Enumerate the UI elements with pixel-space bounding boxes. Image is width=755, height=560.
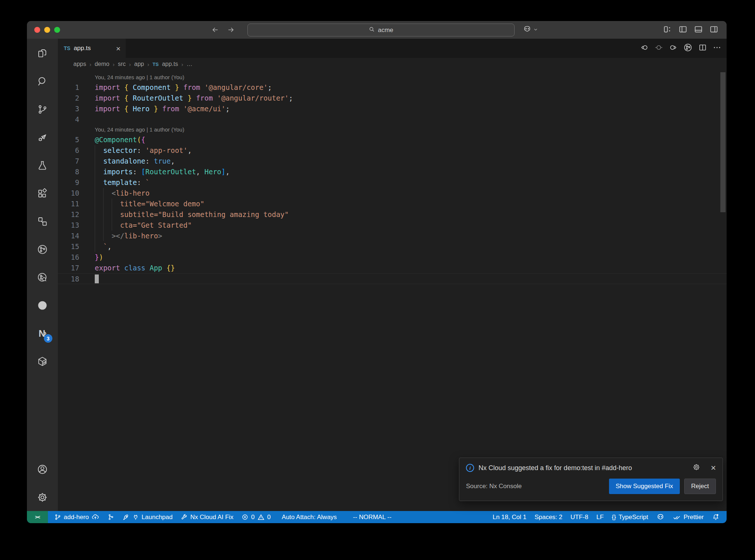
minimize-window-button[interactable] bbox=[44, 27, 50, 33]
code-line-15[interactable]: 15 `, bbox=[58, 241, 727, 252]
launchpad-item[interactable]: Launchpad bbox=[118, 511, 177, 523]
toggle-panel-icon[interactable] bbox=[694, 25, 703, 35]
split-editor-icon[interactable] bbox=[698, 43, 707, 53]
git-graph-item[interactable] bbox=[103, 511, 118, 523]
codelens-text[interactable]: You, 24 minutes ago | 1 author (You) bbox=[79, 73, 184, 82]
nx-cloud-ai-fix-item[interactable]: Nx Cloud AI Fix bbox=[177, 511, 237, 523]
auto-attach-item[interactable]: Auto Attach: Always bbox=[278, 511, 341, 523]
nx-run-target-icon[interactable] bbox=[683, 43, 693, 54]
tab-close-icon[interactable]: × bbox=[116, 45, 121, 52]
code-rows: You, 24 minutes ago | 1 author (You)1imp… bbox=[58, 70, 727, 284]
code-line-17[interactable]: 17export class App {} bbox=[58, 263, 727, 273]
testing-icon[interactable] bbox=[37, 160, 48, 171]
source-control-icon[interactable] bbox=[37, 104, 48, 115]
remote-indicator[interactable]: >< bbox=[27, 511, 48, 523]
nx-project-graph-icon[interactable] bbox=[37, 244, 48, 255]
workflow-view-icon[interactable] bbox=[37, 216, 48, 227]
breadcrumb-file[interactable]: app.ts bbox=[162, 61, 178, 67]
breadcrumb-item[interactable]: demo bbox=[95, 61, 109, 67]
show-suggested-fix-button[interactable]: Show Suggested Fix bbox=[609, 479, 680, 494]
code-line-11[interactable]: 11 title="Welcmoe demo" bbox=[58, 199, 727, 209]
codelens-row[interactable]: You, 24 minutes ago | 1 author (You) bbox=[58, 73, 727, 82]
code-line-10[interactable]: 10 <lib-hero bbox=[58, 188, 727, 199]
code-line-1[interactable]: 1import { Component } from '@angular/cor… bbox=[58, 82, 727, 93]
toggle-secondary-sidebar-icon[interactable] bbox=[709, 25, 719, 35]
history-forward-icon[interactable] bbox=[227, 26, 235, 34]
line-number: 1 bbox=[58, 82, 79, 93]
git-branch-item[interactable]: add-hero bbox=[50, 511, 103, 523]
code-line-18[interactable]: 18 bbox=[58, 273, 727, 284]
code-line-8[interactable]: 8 imports: [RouterOutlet, Hero], bbox=[58, 167, 727, 177]
codelens-row[interactable]: You, 24 minutes ago | 1 author (You) bbox=[58, 125, 727, 134]
code-line-12[interactable]: 12 subtitle="Build something amazing tod… bbox=[58, 209, 727, 220]
status-bar: >< add-hero bbox=[27, 511, 727, 523]
breadcrumb-item[interactable]: src bbox=[118, 61, 126, 67]
explorer-icon[interactable] bbox=[37, 48, 48, 59]
nx-console-badge: 3 bbox=[44, 334, 52, 343]
code-line-6[interactable]: 6 selector: 'app-root', bbox=[58, 145, 727, 156]
code-editor[interactable]: You, 24 minutes ago | 1 author (You)1imp… bbox=[58, 70, 727, 511]
code-line-7[interactable]: 7 standalone: true, bbox=[58, 156, 727, 167]
more-actions-icon[interactable] bbox=[713, 43, 721, 53]
indentation-item[interactable]: Spaces: 2 bbox=[530, 511, 567, 523]
errors-count: 0 bbox=[251, 514, 254, 521]
next-change-icon[interactable] bbox=[669, 43, 678, 53]
line-number: 5 bbox=[58, 134, 79, 145]
customize-layout-icon[interactable] bbox=[663, 25, 672, 35]
line-number: 18 bbox=[58, 274, 79, 284]
vim-mode-label: -- NORMAL -- bbox=[353, 514, 392, 521]
line-number: 14 bbox=[58, 231, 79, 241]
notification-settings-gear-icon[interactable] bbox=[692, 463, 700, 473]
cloud-upload-icon bbox=[91, 513, 99, 521]
container-tools-icon[interactable] bbox=[37, 356, 48, 367]
codelens-text[interactable]: You, 24 minutes ago | 1 author (You) bbox=[79, 125, 184, 134]
breadcrumb-overflow[interactable]: … bbox=[187, 61, 192, 67]
vim-mode-item[interactable]: -- NORMAL -- bbox=[349, 511, 396, 523]
settings-gear-icon[interactable] bbox=[37, 492, 48, 503]
formatter-item[interactable]: Prettier bbox=[669, 511, 708, 523]
code-line-5[interactable]: 5@Component({ bbox=[58, 134, 727, 145]
copilot-menu-button[interactable] bbox=[523, 21, 538, 39]
edge-browser-icon[interactable] bbox=[37, 300, 48, 311]
line-number: 4 bbox=[58, 114, 79, 125]
language-mode-item[interactable]: {} TypeScript bbox=[608, 511, 653, 523]
previous-change-icon[interactable] bbox=[640, 43, 649, 53]
notification-close-icon[interactable]: × bbox=[711, 463, 716, 472]
toggle-primary-sidebar-icon[interactable] bbox=[678, 25, 688, 35]
notifications-bell-item[interactable] bbox=[708, 511, 724, 523]
nx-graph-search-icon[interactable] bbox=[37, 272, 48, 283]
code-line-14[interactable]: 14 ></lib-hero> bbox=[58, 231, 727, 241]
code-line-16[interactable]: 16}) bbox=[58, 252, 727, 263]
code-line-13[interactable]: 13 cta="Get Started" bbox=[58, 220, 727, 231]
bell-icon bbox=[712, 513, 720, 521]
code-line-3[interactable]: 3import { Hero } from '@acme/ui'; bbox=[58, 104, 727, 114]
extensions-icon[interactable] bbox=[37, 188, 48, 199]
history-back-icon[interactable] bbox=[211, 26, 219, 34]
vertical-scrollbar[interactable] bbox=[720, 72, 726, 212]
cursor-position-item[interactable]: Ln 18, Col 1 bbox=[488, 511, 530, 523]
breadcrumb-item[interactable]: app bbox=[134, 61, 144, 67]
close-window-button[interactable] bbox=[34, 27, 40, 33]
copilot-status-item[interactable] bbox=[652, 511, 669, 523]
pending-change-icon[interactable] bbox=[654, 43, 663, 53]
run-debug-icon[interactable] bbox=[37, 132, 48, 143]
maximize-window-button[interactable] bbox=[54, 27, 60, 33]
problems-item[interactable]: 0 0 bbox=[237, 511, 275, 523]
encoding-item[interactable]: UTF-8 bbox=[567, 511, 592, 523]
tab-app-ts[interactable]: TS app.ts × bbox=[58, 39, 126, 58]
typescript-file-icon: TS bbox=[153, 62, 159, 67]
eol-item[interactable]: LF bbox=[592, 511, 608, 523]
nx-console-icon[interactable]: N› 3 bbox=[37, 328, 48, 339]
accounts-icon[interactable] bbox=[37, 464, 48, 475]
search-view-icon[interactable] bbox=[37, 76, 48, 87]
code-line-4[interactable]: 4 bbox=[58, 114, 727, 125]
line-number: 13 bbox=[58, 220, 79, 231]
command-center-search[interactable]: acme bbox=[247, 24, 515, 36]
code-line-9[interactable]: 9 template: ` bbox=[58, 177, 727, 188]
breadcrumb-item[interactable]: apps bbox=[73, 61, 86, 67]
warnings-icon bbox=[257, 514, 265, 521]
line-number: 17 bbox=[58, 263, 79, 273]
code-line-2[interactable]: 2import { RouterOutlet } from '@angular/… bbox=[58, 93, 727, 104]
reject-button[interactable]: Reject bbox=[684, 479, 716, 494]
git-branch-icon bbox=[54, 514, 61, 521]
